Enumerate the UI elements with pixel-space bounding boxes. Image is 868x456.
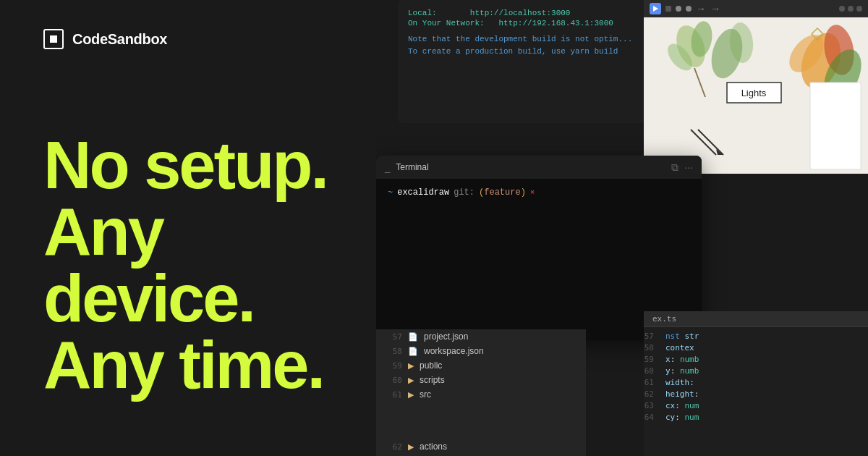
code-line-57: 57 nst str xyxy=(644,330,868,342)
folder-icon-public: ▶ xyxy=(408,361,414,371)
terminal-title-label: Terminal xyxy=(396,162,428,172)
linenum-59: 59 xyxy=(388,361,402,371)
linenum: 64 xyxy=(644,413,665,422)
logo-area: CodeSandbox xyxy=(43,29,376,49)
code-content: x: numb xyxy=(665,355,699,364)
network-label: On Your Network: xyxy=(408,19,485,28)
file-tree-item-project[interactable]: 57 📄 project.json xyxy=(376,329,586,344)
code-line-64: 64 cy: num xyxy=(644,411,868,423)
local-label: Local: xyxy=(408,9,437,17)
folder-icon-scripts: ▶ xyxy=(408,376,414,385)
code-content: y: numb xyxy=(665,366,699,376)
file-tree-panel: 57 📄 project.json 58 📄 workspace.json 59… xyxy=(376,329,586,456)
toolbar-dot2 xyxy=(686,6,692,12)
warn-text2: To create a production build, use xyxy=(408,47,570,56)
warn-code: yarn build xyxy=(570,47,618,56)
network-value: http://192.168.43.1:3000 xyxy=(498,19,613,28)
toolbar-right-dot3 xyxy=(856,6,862,12)
code-line-59: 59 x: numb xyxy=(644,353,868,365)
linenum-57: 57 xyxy=(388,332,402,342)
local-value: http://localhost:3000 xyxy=(470,9,571,17)
design-canvas: Lights xyxy=(644,17,868,174)
toolbar-right-controls xyxy=(839,6,862,12)
file-tree-item-workspace[interactable]: 58 📄 workspace.json xyxy=(376,344,586,358)
right-panel: Local: http://localhost:3000 On Your Net… xyxy=(376,0,868,456)
code-filename: ex.ts xyxy=(644,311,868,327)
headline: No setup. Any device. Any time. xyxy=(43,132,376,398)
svg-text:Lights: Lights xyxy=(741,88,767,98)
terminal-branch-name: feature xyxy=(484,187,520,198)
code-lines: 57 nst str 58 contex 59 x: numb 60 y: nu… xyxy=(644,327,868,426)
linenum: 63 xyxy=(644,401,665,410)
file-tree-item-actions[interactable]: 62 ▶ actions xyxy=(376,437,459,456)
terminal-path: excalidraw xyxy=(397,187,449,198)
code-line-63: 63 cx: num xyxy=(644,400,868,411)
terminal-branch-label: git: xyxy=(454,187,475,198)
filename-workspace: workspace.json xyxy=(424,346,484,356)
code-line-62: 62 height: xyxy=(644,388,868,400)
headline-line3: Any time. xyxy=(43,332,376,398)
file-doc-icon-2: 📄 xyxy=(408,347,418,356)
headline-line1: No setup. xyxy=(43,132,376,198)
code-content: contex xyxy=(665,343,694,352)
linenum-58: 58 xyxy=(388,347,402,356)
foldername-scripts: scripts xyxy=(420,375,445,385)
botanical-illustration: Lights xyxy=(644,17,868,174)
code-line-60: 60 y: numb xyxy=(644,365,868,376)
linenum-62: 62 xyxy=(388,442,402,452)
terminal-tilde: ~ xyxy=(388,187,393,198)
warn-text1: Note that the development build is not o… xyxy=(408,35,632,43)
terminal-x-mark: × xyxy=(530,188,535,197)
terminal-prompt-icon: _ xyxy=(385,162,390,173)
logo-text: CodeSandbox xyxy=(72,31,167,48)
code-content: cy: num xyxy=(665,413,699,422)
folder-icon-src: ▶ xyxy=(408,390,414,400)
terminal-more-icon[interactable]: ··· xyxy=(684,161,693,173)
design-toolbar: → → xyxy=(644,0,868,17)
svg-marker-0 xyxy=(653,6,658,12)
file-tree-item-public[interactable]: 59 ▶ public xyxy=(376,358,586,373)
terminal-titlebar: _ Terminal ⧉ ··· xyxy=(376,156,702,179)
toolbar-arrow2: → xyxy=(710,3,720,14)
linenum: 60 xyxy=(644,366,665,376)
file-doc-icon: 📄 xyxy=(408,332,418,342)
linenum: 62 xyxy=(644,389,665,399)
toolbar-dot xyxy=(676,6,681,12)
linenum: 57 xyxy=(644,332,665,341)
foldername-actions: actions xyxy=(420,442,447,452)
botanical-svg: Lights xyxy=(644,17,868,174)
terminal-prompt-line: ~ excalidraw git: (feature) × xyxy=(388,187,690,198)
code-content: nst str xyxy=(665,332,699,341)
file-tree-item-src[interactable]: 61 ▶ src xyxy=(376,387,586,402)
folder-icon-actions: ▶ xyxy=(408,442,414,452)
headline-line2: Any device. xyxy=(43,198,376,332)
toolbar-right-dot1 xyxy=(839,6,845,12)
terminal-controls: ⧉ ··· xyxy=(671,161,693,174)
toolbar-stop xyxy=(665,6,671,12)
code-content: width: xyxy=(665,378,694,387)
svg-rect-18 xyxy=(810,83,861,169)
design-screenshot: → → xyxy=(644,0,868,174)
linenum: 59 xyxy=(644,355,665,364)
logo-icon xyxy=(43,29,64,49)
linenum: 61 xyxy=(644,378,665,387)
toolbar-arrow1: → xyxy=(696,3,706,14)
left-panel: CodeSandbox No setup. Any device. Any ti… xyxy=(0,0,420,456)
code-content: cx: num xyxy=(665,401,699,410)
terminal-body: ~ excalidraw git: (feature) × xyxy=(376,179,702,206)
code-content: height: xyxy=(665,389,699,399)
foldername-public: public xyxy=(420,360,442,371)
code-line-61: 61 width: xyxy=(644,376,868,388)
foldername-src: src xyxy=(420,389,431,400)
code-panel: ex.ts 57 nst str 58 contex 59 x: numb 60… xyxy=(644,311,868,456)
linenum: 58 xyxy=(644,343,665,352)
linenum-61: 61 xyxy=(388,390,402,400)
file-tree-item-scripts[interactable]: 60 ▶ scripts xyxy=(376,373,586,387)
linenum-60: 60 xyxy=(388,376,402,385)
logo-inner-box xyxy=(50,35,57,43)
design-play-icon xyxy=(650,3,661,14)
terminal-expand-icon[interactable]: ⧉ xyxy=(671,161,678,174)
code-line-58: 58 contex xyxy=(644,342,868,353)
filename-project: project.json xyxy=(424,332,468,342)
toolbar-right-dot2 xyxy=(848,6,854,12)
